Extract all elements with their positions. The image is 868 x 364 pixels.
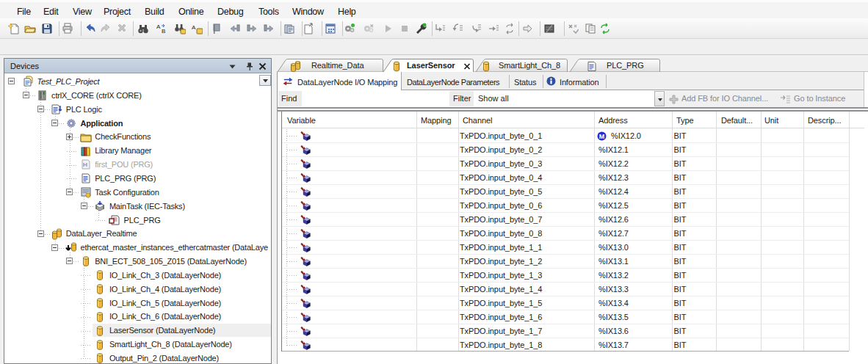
svg-text:B: B bbox=[162, 28, 165, 34]
svg-text:A: A bbox=[156, 23, 161, 30]
svg-text:A: A bbox=[192, 24, 196, 31]
svg-text:M: M bbox=[599, 133, 605, 140]
